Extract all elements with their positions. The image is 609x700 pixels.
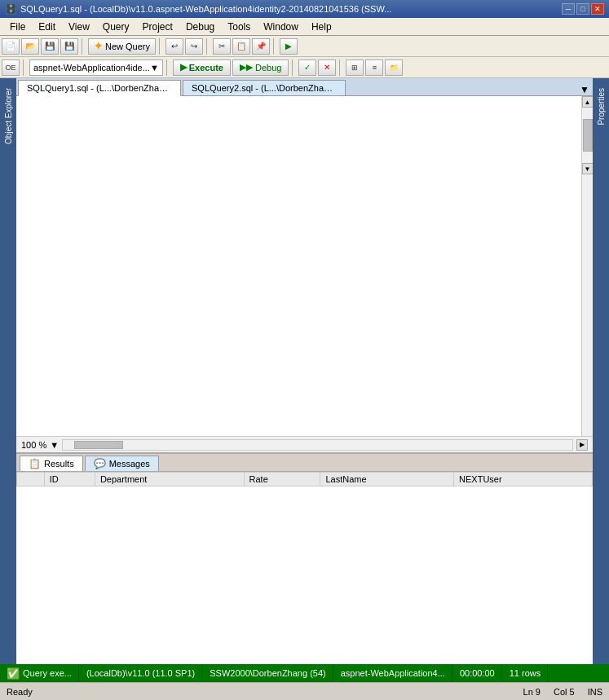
- execute-label: Execute: [189, 63, 223, 73]
- tab1-label: SQLQuery1.sql - (L...\DorbenZhang (54))*: [27, 83, 181, 93]
- menu-view[interactable]: View: [62, 20, 96, 34]
- zoom-dropdown-icon[interactable]: ▼: [50, 440, 59, 450]
- results-area: 📋 Results 💬 Messages ID Department Ra: [16, 452, 593, 664]
- vertical-scrollbar[interactable]: ▲ ▼: [581, 96, 593, 436]
- messages-tab[interactable]: 💬 Messages: [85, 456, 159, 471]
- new-file-button[interactable]: 📄: [2, 38, 20, 55]
- save-button[interactable]: 💾: [41, 38, 59, 55]
- separator-6: [166, 59, 170, 76]
- status-query: ✅ Query exe...: [0, 664, 79, 682]
- new-query-icon: ✦: [94, 40, 103, 52]
- scroll-thumb[interactable]: [583, 119, 593, 152]
- horizontal-scrollbar[interactable]: [62, 439, 573, 451]
- zoom-bar: 100 % ▼ ▶: [16, 436, 593, 452]
- save-all-button[interactable]: 💾: [60, 38, 78, 55]
- title-bar: 🗄️ SQLQuery1.sql - (LocalDb)\v11.0.aspne…: [0, 0, 609, 18]
- main-layout: Object Explorer SQLQuery1.sql - (L...\Do…: [0, 78, 609, 664]
- menu-query[interactable]: Query: [96, 20, 136, 34]
- paste-button[interactable]: 📌: [252, 38, 270, 55]
- tab-query1[interactable]: SQLQuery1.sql - (L...\DorbenZhang (54))*…: [18, 80, 181, 96]
- bottom-right: Ln 9 Col 5 INS: [523, 687, 602, 697]
- messages-tab-icon: 💬: [94, 458, 106, 469]
- run-button[interactable]: ▶: [280, 38, 298, 55]
- object-explorer-tab[interactable]: Object Explorer: [2, 81, 15, 151]
- status-rows-text: 11 rows: [510, 668, 541, 678]
- redo-button[interactable]: ↪: [185, 38, 203, 55]
- toolbar-2: OE aspnet-WebApplication4ide... ▼ ▶ Exec…: [0, 57, 609, 78]
- results-tabs: 📋 Results 💬 Messages: [16, 454, 593, 472]
- col-number: Col 5: [554, 687, 575, 697]
- hscroll-thumb[interactable]: [74, 441, 123, 449]
- tab2-label: SQLQuery2.sql - (L...\DorbenZhang (55))*: [192, 83, 346, 93]
- debug-label: Debug: [255, 63, 281, 73]
- separator-5: [23, 59, 26, 76]
- new-query-label: New Query: [105, 42, 150, 51]
- menu-tools[interactable]: Tools: [221, 20, 257, 34]
- code-editor[interactable]: [16, 96, 581, 436]
- object-explorer-button[interactable]: OE: [2, 59, 20, 76]
- status-bar: ✅ Query exe... (LocalDb)\v11.0 (11.0 SP1…: [0, 664, 609, 682]
- scroll-down-button[interactable]: ▼: [582, 163, 594, 174]
- cut-button[interactable]: ✂: [213, 38, 231, 55]
- database-dropdown-value: aspnet-WebApplication4ide...: [33, 63, 150, 73]
- col-lastname: LastName: [320, 473, 454, 486]
- dropdown-arrow-icon: ▼: [150, 63, 159, 73]
- col-nextuser: NEXTUser: [454, 473, 593, 486]
- results-grid-button[interactable]: ⊞: [346, 59, 364, 76]
- status-rows: 11 rows: [503, 664, 549, 682]
- menu-help[interactable]: Help: [305, 20, 338, 34]
- results-tab-label: Results: [44, 459, 74, 469]
- window-title: SQLQuery1.sql - (LocalDb)\v11.0.aspnet-W…: [20, 4, 391, 14]
- editor-scroll: ▲ ▼: [16, 96, 593, 436]
- menu-edit[interactable]: Edit: [32, 20, 62, 34]
- messages-tab-label: Messages: [109, 459, 150, 469]
- table-header-row: ID Department Rate LastName NEXTUser: [17, 473, 593, 486]
- ready-status: Ready: [7, 687, 33, 697]
- status-server-text: (LocalDb)\v11.0 (11.0 SP1): [86, 668, 195, 678]
- col-rate: Rate: [244, 473, 320, 486]
- execute-icon: ▶: [180, 62, 187, 73]
- tabs-scroll-button[interactable]: ▼: [576, 84, 593, 95]
- maximize-button[interactable]: □: [576, 3, 589, 15]
- status-dbuser-text: SSW2000\DorbenZhang (54): [210, 668, 325, 678]
- zoom-value: 100 %: [21, 440, 46, 450]
- separator-3: [206, 38, 210, 55]
- content-area: SQLQuery1.sql - (L...\DorbenZhang (54))*…: [16, 78, 593, 664]
- separator-1: [82, 38, 85, 55]
- menu-window[interactable]: Window: [257, 20, 305, 34]
- database-dropdown[interactable]: aspnet-WebApplication4ide... ▼: [29, 59, 163, 76]
- results-tab[interactable]: 📋 Results: [20, 456, 83, 471]
- result-table-wrap[interactable]: ID Department Rate LastName NEXTUser: [16, 472, 593, 664]
- scroll-right-button[interactable]: ▶: [576, 439, 588, 451]
- results-file-button[interactable]: 📁: [385, 59, 403, 76]
- cancel-button2[interactable]: ✕: [318, 59, 336, 76]
- separator-4: [273, 38, 276, 55]
- insert-mode: INS: [588, 687, 602, 697]
- undo-button[interactable]: ↩: [165, 38, 183, 55]
- open-button[interactable]: 📂: [21, 38, 39, 55]
- scroll-up-button[interactable]: ▲: [582, 96, 594, 108]
- toolbar-1: 📄 📂 💾 💾 ✦ New Query ↩ ↪ ✂ 📋 📌 ▶: [0, 36, 609, 57]
- copy-button[interactable]: 📋: [232, 38, 250, 55]
- debug-button[interactable]: ▶▶ Debug: [232, 59, 289, 76]
- separator-8: [339, 59, 342, 76]
- results-text-button[interactable]: ≡: [365, 59, 383, 76]
- execute-button[interactable]: ▶ Execute: [173, 59, 231, 76]
- col-rownum: [17, 473, 45, 486]
- close-button[interactable]: ✕: [591, 3, 604, 15]
- properties-tab[interactable]: Properties: [594, 81, 608, 132]
- editor-container: ▲ ▼ 100 % ▼ ▶: [16, 96, 593, 452]
- new-query-button[interactable]: ✦ New Query: [88, 38, 156, 55]
- status-time-text: 00:00:00: [460, 668, 495, 678]
- status-database-text: aspnet-WebApplication4...: [341, 668, 445, 678]
- status-query-text: Query exe...: [23, 668, 72, 678]
- menu-debug[interactable]: Debug: [179, 20, 221, 34]
- menu-project[interactable]: Project: [136, 20, 179, 34]
- check-button[interactable]: ✓: [298, 59, 316, 76]
- status-ok-icon: ✅: [7, 667, 20, 680]
- menu-file[interactable]: File: [3, 20, 32, 34]
- title-bar-controls[interactable]: ─ □ ✕: [562, 3, 604, 15]
- minimize-button[interactable]: ─: [562, 3, 575, 15]
- status-dbuser: SSW2000\DorbenZhang (54): [203, 664, 333, 682]
- tab-query2[interactable]: SQLQuery2.sql - (L...\DorbenZhang (55))*…: [183, 80, 346, 95]
